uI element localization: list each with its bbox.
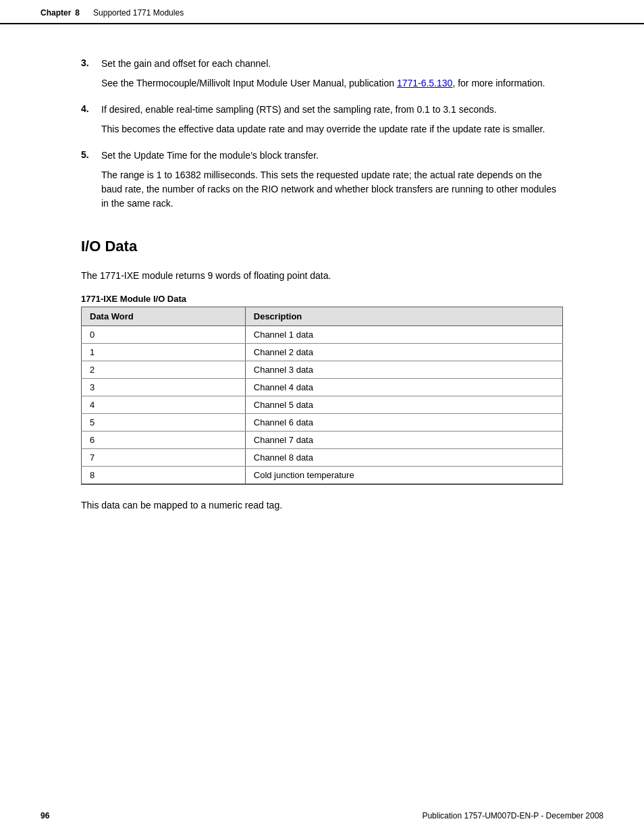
cell-description: Cold junction temperature bbox=[245, 467, 562, 485]
cell-data-word: 4 bbox=[82, 396, 246, 414]
table-title: 1771-IXE Module I/O Data bbox=[81, 294, 563, 304]
header-chapter-label: Chapter bbox=[41, 8, 71, 18]
cell-description: Channel 5 data bbox=[245, 396, 562, 414]
step-5: 5. Set the Update Time for the module’s … bbox=[81, 149, 563, 163]
closing-text: This data can be mapped to a numeric rea… bbox=[81, 498, 563, 513]
step-4: 4. If desired, enable real-time sampling… bbox=[81, 103, 563, 117]
table-row: 8Cold junction temperature bbox=[82, 467, 563, 485]
page: Chapter 8 Supported 1771 Modules 3. Set … bbox=[0, 0, 644, 834]
step-3-subpara: See the Thermocouple/Millivolt Input Mod… bbox=[101, 76, 563, 90]
cell-description: Channel 2 data bbox=[245, 344, 562, 361]
cell-data-word: 8 bbox=[82, 467, 246, 485]
cell-data-word: 2 bbox=[82, 361, 246, 379]
step-3-text: Set the gain and offset for each channel… bbox=[101, 57, 563, 71]
step-3-link[interactable]: 1771-6.5.130 bbox=[397, 78, 453, 88]
cell-description: Channel 4 data bbox=[245, 379, 562, 396]
cell-description: Channel 7 data bbox=[245, 432, 562, 449]
table-row: 2Channel 3 data bbox=[82, 361, 563, 379]
footer-publication: Publication 1757-UM007D-EN-P - December … bbox=[422, 811, 603, 820]
header-chapter-title: Supported 1771 Modules bbox=[93, 8, 184, 18]
cell-data-word: 3 bbox=[82, 379, 246, 396]
cell-description: Channel 1 data bbox=[245, 326, 562, 344]
cell-description: Channel 3 data bbox=[245, 361, 562, 379]
cell-description: Channel 6 data bbox=[245, 414, 562, 432]
footer-page-number: 96 bbox=[41, 811, 49, 820]
cell-data-word: 5 bbox=[82, 414, 246, 432]
step-4-subpara: This becomes the effective data update r… bbox=[101, 122, 563, 136]
step-5-subpara: The range is 1 to 16382 milliseconds. Th… bbox=[101, 168, 563, 211]
section-heading: I/O Data bbox=[81, 238, 563, 255]
step-5-number: 5. bbox=[81, 149, 101, 163]
page-header: Chapter 8 Supported 1771 Modules bbox=[0, 0, 644, 24]
table-row: 6Channel 7 data bbox=[82, 432, 563, 449]
step-5-text: Set the Update Time for the module’s blo… bbox=[101, 149, 563, 163]
table-row: 1Channel 2 data bbox=[82, 344, 563, 361]
cell-data-word: 0 bbox=[82, 326, 246, 344]
cell-description: Channel 8 data bbox=[245, 449, 562, 467]
table-row: 7Channel 8 data bbox=[82, 449, 563, 467]
cell-data-word: 1 bbox=[82, 344, 246, 361]
step-4-number: 4. bbox=[81, 103, 101, 117]
col-header-description: Description bbox=[245, 307, 562, 326]
table-row: 3Channel 4 data bbox=[82, 379, 563, 396]
table-header-row: Data Word Description bbox=[82, 307, 563, 326]
step-3: 3. Set the gain and offset for each chan… bbox=[81, 57, 563, 71]
step-3-number: 3. bbox=[81, 57, 101, 71]
table-row: 0Channel 1 data bbox=[82, 326, 563, 344]
section-intro: The 1771-IXE module returns 9 words of f… bbox=[81, 269, 563, 283]
col-header-data-word: Data Word bbox=[82, 307, 246, 326]
cell-data-word: 6 bbox=[82, 432, 246, 449]
table-row: 4Channel 5 data bbox=[82, 396, 563, 414]
step-4-text: If desired, enable real-time sampling (R… bbox=[101, 103, 563, 117]
table-row: 5Channel 6 data bbox=[82, 414, 563, 432]
cell-data-word: 7 bbox=[82, 449, 246, 467]
page-footer: 96 Publication 1757-UM007D-EN-P - Decemb… bbox=[0, 811, 644, 820]
io-data-table: Data Word Description 0Channel 1 data1Ch… bbox=[81, 307, 563, 485]
header-chapter-number: 8 bbox=[75, 8, 80, 18]
main-content: 3. Set the gain and offset for each chan… bbox=[0, 24, 644, 564]
